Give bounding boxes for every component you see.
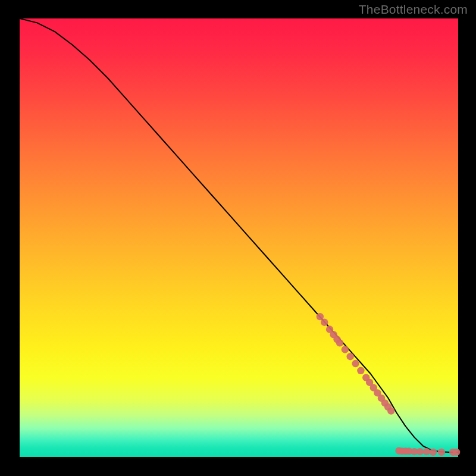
chart-overlay-svg — [20, 18, 458, 457]
data-marker — [430, 449, 437, 456]
data-marker — [357, 367, 364, 374]
data-marker — [347, 353, 354, 360]
data-marker — [438, 449, 445, 456]
plot-area — [20, 18, 458, 457]
data-marker — [387, 407, 394, 414]
watermark-text: TheBottleneck.com — [359, 2, 468, 17]
data-marker — [352, 360, 359, 367]
chart-frame: TheBottleneck.com — [0, 0, 476, 476]
data-marker — [453, 449, 460, 456]
data-marker — [336, 339, 343, 346]
data-marker — [342, 346, 349, 353]
bottleneck-curve — [20, 18, 458, 452]
marker-layer — [317, 313, 461, 456]
data-marker — [423, 448, 430, 455]
data-marker — [416, 448, 424, 455]
data-marker — [321, 319, 328, 326]
